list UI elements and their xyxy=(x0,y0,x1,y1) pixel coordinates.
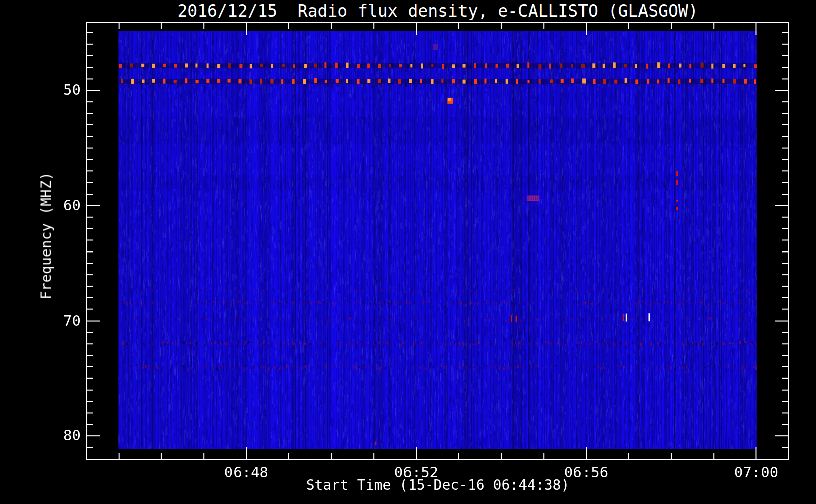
y-tick-label: 80 xyxy=(43,427,81,444)
y-axis-title: Frequency (MHZ) xyxy=(38,172,55,300)
y-tick-label: 70 xyxy=(43,312,81,329)
x-axis-title: Start Time (15-Dec-16 06:44:38) xyxy=(86,477,789,493)
axes-frame xyxy=(0,0,816,504)
y-tick-label: 50 xyxy=(43,81,81,98)
spectrogram-window: 2016/12/15 Radio flux density, e-CALLIST… xyxy=(0,0,816,504)
